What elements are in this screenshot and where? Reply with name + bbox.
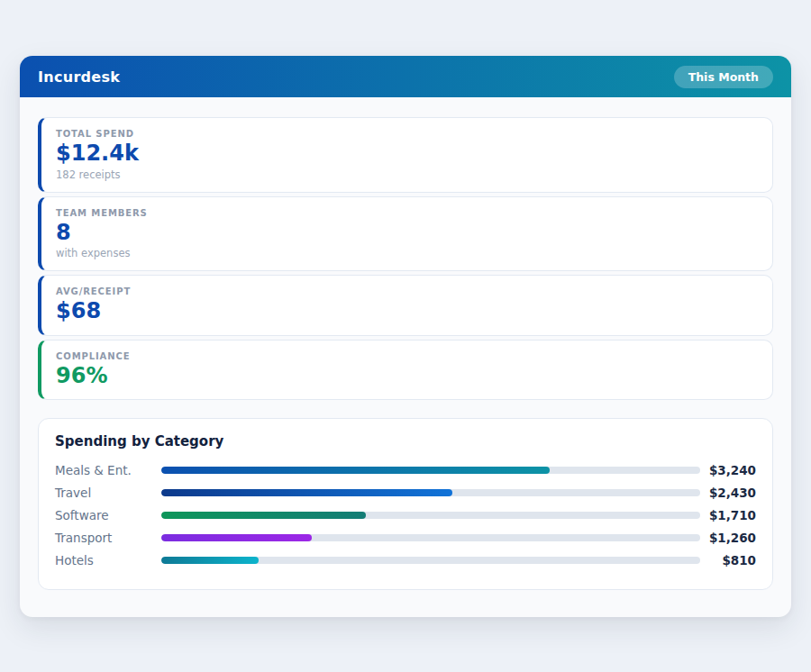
category-value: $2,430 — [700, 486, 756, 500]
category-row: Travel$2,430 — [55, 481, 756, 504]
category-label: Transport — [55, 531, 161, 545]
category-label: Travel — [55, 486, 161, 500]
stat-card-team-members: TEAM MEMBERS 8 with expenses — [38, 196, 773, 272]
category-value: $1,260 — [700, 531, 756, 545]
panel-body: TOTAL SPEND $12.4k 182 receipts TEAM MEM… — [20, 97, 791, 610]
stat-value: $12.4k — [56, 141, 758, 167]
chart-title: Spending by Category — [55, 433, 756, 450]
app-header: Incurdesk This Month — [20, 56, 791, 97]
category-row: Transport$1,260 — [55, 526, 756, 549]
category-row: Meals & Ent.$3,240 — [55, 459, 756, 481]
bar-track — [161, 534, 700, 541]
bar-fill — [161, 489, 452, 496]
stat-label: COMPLIANCE — [56, 351, 758, 361]
bar-track — [161, 489, 700, 496]
period-badge-button[interactable]: This Month — [674, 66, 773, 88]
stat-value: 8 — [56, 221, 758, 246]
stat-label: AVG/RECEIPT — [56, 286, 758, 296]
category-row: Hotels$810 — [55, 549, 756, 571]
bar-fill — [161, 534, 312, 541]
stat-card-avg-receipt: AVG/RECEIPT $68 — [38, 275, 773, 336]
stat-sublabel: with expenses — [56, 247, 758, 259]
bar-track — [161, 557, 700, 564]
stat-sublabel: 182 receipts — [56, 168, 758, 181]
bar-track — [161, 512, 700, 519]
category-label: Software — [55, 508, 161, 522]
stat-card-compliance: COMPLIANCE 96% — [38, 340, 773, 401]
stat-card-total-spend: TOTAL SPEND $12.4k 182 receipts — [38, 117, 773, 193]
stat-value: 96% — [56, 364, 758, 389]
bar-fill — [161, 467, 550, 474]
category-row: Software$1,710 — [55, 504, 756, 526]
category-value: $810 — [700, 553, 756, 568]
bar-fill — [161, 557, 259, 564]
bar-fill — [161, 512, 366, 519]
category-label: Hotels — [55, 553, 161, 568]
category-value: $1,710 — [700, 508, 756, 522]
spending-by-category-card: Spending by Category Meals & Ent.$3,240T… — [38, 418, 773, 590]
category-rows: Meals & Ent.$3,240Travel$2,430Software$1… — [55, 459, 756, 571]
stat-label: TEAM MEMBERS — [56, 208, 758, 218]
category-label: Meals & Ent. — [55, 463, 161, 477]
bar-track — [161, 467, 700, 474]
app-title: Incurdesk — [38, 68, 120, 86]
stat-value: $68 — [56, 299, 758, 324]
stat-label: TOTAL SPEND — [56, 129, 758, 139]
incurdesk-panel: Incurdesk This Month TOTAL SPEND $12.4k … — [20, 56, 791, 617]
category-value: $3,240 — [700, 463, 756, 477]
